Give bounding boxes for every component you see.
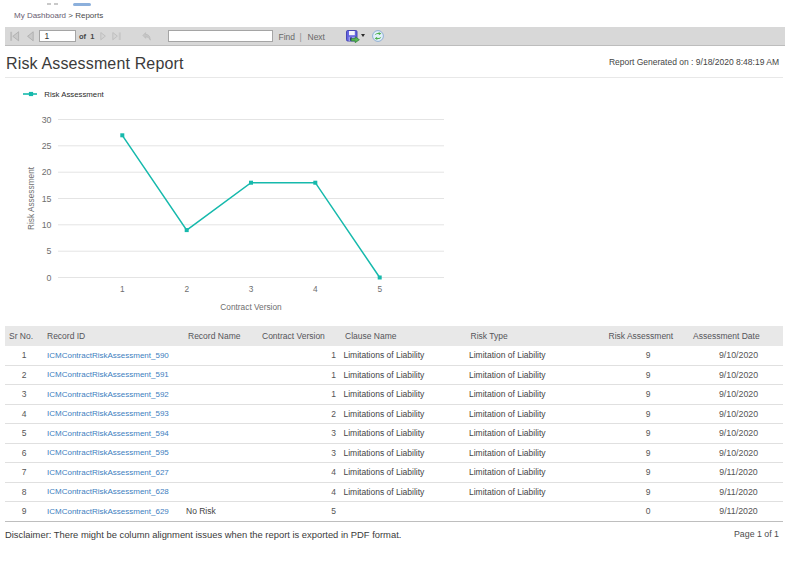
- svg-text:0: 0: [47, 273, 52, 283]
- svg-text:30: 30: [42, 115, 52, 125]
- svg-text:4: 4: [313, 284, 318, 294]
- svg-text:2: 2: [184, 284, 189, 294]
- svg-text:Risk Assessment: Risk Assessment: [44, 90, 104, 99]
- svg-text:10: 10: [42, 220, 52, 230]
- svg-text:Risk Assessment: Risk Assessment: [26, 166, 36, 230]
- svg-text:1: 1: [120, 284, 125, 294]
- svg-text:20: 20: [42, 167, 52, 177]
- svg-text:5: 5: [47, 246, 52, 256]
- svg-text:25: 25: [42, 141, 52, 151]
- svg-text:5: 5: [377, 284, 382, 294]
- svg-text:3: 3: [249, 284, 254, 294]
- svg-text:Contract Version: Contract Version: [220, 302, 282, 312]
- svg-text:15: 15: [42, 194, 52, 204]
